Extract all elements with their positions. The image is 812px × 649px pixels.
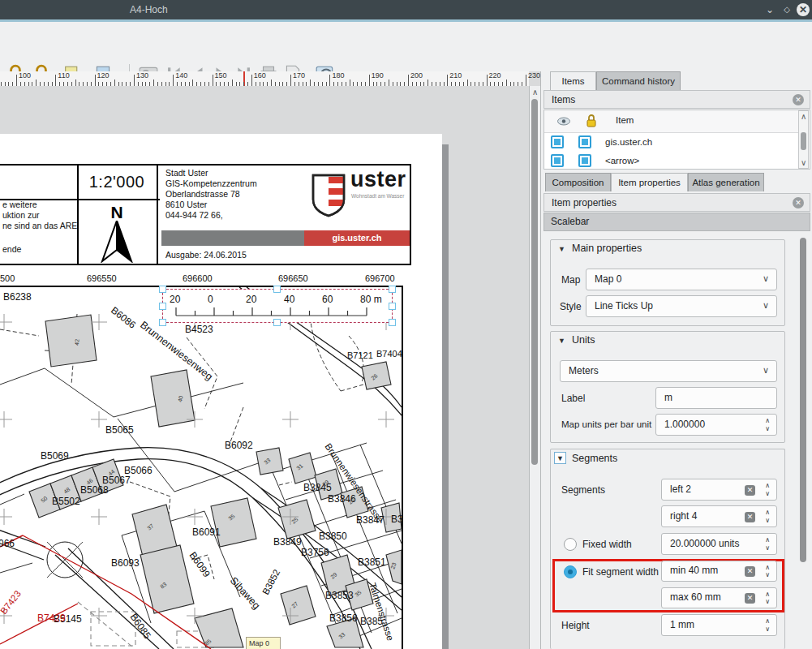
coordinate-label: 696550 (87, 273, 117, 283)
lock-checkbox[interactable] (578, 154, 591, 167)
tab-command-history[interactable]: Command history (596, 71, 681, 90)
resize-handle[interactable] (159, 303, 166, 310)
chevron-down-icon: ∨ (763, 273, 769, 284)
svg-text:066: 066 (0, 538, 15, 549)
clear-icon[interactable]: ✕ (745, 512, 755, 522)
lock-checkbox[interactable] (578, 135, 591, 148)
group-title: Segments (572, 453, 617, 464)
svg-text:B6093: B6093 (111, 557, 140, 569)
max-width-spinbox[interactable]: max 60 mm ✕ ∧ ∨ (661, 587, 777, 608)
svg-text:B3: B3 (391, 514, 402, 525)
tab-items[interactable]: Items (550, 71, 596, 90)
props-vscrollbar[interactable] (798, 235, 809, 649)
spin-down-icon[interactable]: ∨ (765, 491, 770, 497)
scalebar-number: 20 (170, 294, 202, 305)
spin-down-icon[interactable]: ∨ (765, 518, 770, 524)
segments-right-spinbox[interactable]: right 4 ✕ ∧ ∨ (661, 505, 777, 527)
fixed-width-radio[interactable] (564, 538, 577, 551)
scroll-up-icon[interactable]: ∧ (801, 112, 806, 121)
tab-atlas-generation[interactable]: Atlas generation (688, 173, 764, 191)
fit-segment-width-radio[interactable] (564, 565, 577, 578)
canvas-vscroll-thumb[interactable] (531, 99, 538, 465)
fit-segment-width-label: Fit segment width (582, 566, 659, 578)
unit-label-input[interactable]: m (655, 387, 777, 409)
map-item-frame[interactable]: B6238B4523B7121B7404B5065B5069B5066B5067… (0, 286, 403, 649)
close-panel-icon[interactable]: ✕ (793, 94, 804, 105)
resize-handle[interactable] (273, 319, 281, 326)
scroll-up-icon[interactable]: ∧ (532, 88, 538, 97)
item-label[interactable]: gis.uster.ch (605, 137, 652, 147)
scalebar-number: 60 (322, 294, 354, 305)
scroll-down-icon[interactable]: ∨ (801, 158, 806, 167)
collapse-icon[interactable]: ▼ (558, 337, 565, 345)
spin-down-icon[interactable]: ∨ (765, 426, 770, 432)
clear-icon[interactable]: ✕ (745, 593, 755, 604)
spin-up-icon[interactable]: ∧ (765, 509, 770, 516)
clear-icon[interactable]: ✕ (745, 566, 755, 577)
items-table-header: Item (544, 110, 798, 133)
composition-canvas[interactable]: e weitere uktion zur ne sind an das ARE … (0, 86, 529, 649)
map-combobox[interactable]: Map 0∨ (586, 269, 777, 290)
item-row[interactable]: gis.uster.ch (544, 133, 798, 152)
spin-up-icon[interactable]: ∧ (765, 618, 770, 625)
resize-handle[interactable] (159, 286, 166, 293)
svg-text:B6086: B6086 (109, 304, 138, 331)
visibility-checkbox[interactable] (551, 135, 564, 148)
scalebar-item[interactable]: 20020406080 m (162, 289, 393, 323)
svg-text:B6092: B6092 (225, 440, 253, 451)
maximize-icon[interactable]: ◇ (780, 3, 793, 16)
resize-handle[interactable] (273, 286, 281, 293)
fixed-width-spinbox[interactable]: 20.000000 units ∧ ∨ (661, 533, 777, 555)
map-scale-text: 1:2'000 (77, 173, 157, 191)
items-vscrollbar[interactable]: ∧ ∨ (798, 110, 809, 169)
resize-handle[interactable] (159, 319, 166, 326)
spin-up-icon[interactable]: ∧ (765, 565, 770, 571)
web-bar (161, 230, 304, 246)
tab-composition[interactable]: Composition (545, 173, 611, 191)
svg-text:Talmenstrasse: Talmenstrasse (367, 582, 395, 642)
svg-text:B4523: B4523 (185, 324, 213, 335)
title-bar[interactable]: A4-Hoch ⌄ ◇ ✕ (0, 0, 812, 19)
svg-text:B7423: B7423 (0, 589, 23, 617)
height-spinbox[interactable]: 1 mm ∧ ∨ (661, 614, 777, 636)
spin-up-icon[interactable]: ∧ (765, 483, 770, 489)
spin-down-icon[interactable]: ∨ (765, 572, 770, 578)
spin-down-icon[interactable]: ∨ (765, 626, 770, 633)
item-label[interactable]: <arrow> (605, 156, 639, 165)
height-label: Height (561, 620, 590, 631)
resize-handle[interactable] (389, 303, 396, 310)
svg-text:B7121: B7121 (347, 350, 373, 360)
props-vscroll-thumb[interactable] (800, 238, 806, 562)
style-combobox[interactable]: Line Ticks Up∨ (586, 295, 777, 317)
close-panel-icon[interactable]: ✕ (793, 197, 804, 208)
minimize-icon[interactable]: ⌄ (763, 3, 776, 16)
segments-left-spinbox[interactable]: left 2 ✕ ∧ ∨ (661, 479, 777, 501)
item-properties-title: Item properties ✕ (543, 193, 810, 212)
style-label: Style (560, 301, 582, 312)
units-combobox[interactable]: Meters∨ (560, 360, 777, 382)
clear-icon[interactable]: ✕ (745, 485, 755, 496)
item-row[interactable]: <arrow> (544, 152, 798, 170)
ruler-number: 130 (136, 71, 148, 80)
address-block: Stadt Uster GIS-Kompetenzzentrum Oberlan… (165, 168, 257, 210)
coordinate-label: 696700 (365, 273, 395, 283)
tab-item-properties[interactable]: Item properties (611, 173, 688, 191)
resize-handle[interactable] (389, 286, 396, 293)
map-units-per-bar-spinbox[interactable]: 1.000000 ∧ ∨ (655, 414, 777, 436)
collapse-box[interactable]: ▼ (554, 452, 566, 464)
min-width-spinbox[interactable]: min 40 mm ✕ ∧ ∨ (661, 561, 777, 582)
spin-up-icon[interactable]: ∧ (765, 418, 770, 424)
spin-up-icon[interactable]: ∧ (765, 537, 770, 544)
spin-down-icon[interactable]: ∨ (765, 599, 770, 605)
ruler-number: 110 (58, 71, 69, 80)
window-title: A4-Hoch (130, 4, 168, 15)
ruler-number: 220 (489, 71, 501, 80)
scalebar-number: 20 (246, 294, 278, 305)
spin-up-icon[interactable]: ∧ (765, 591, 770, 598)
resize-handle[interactable] (389, 319, 396, 326)
spin-down-icon[interactable]: ∨ (765, 545, 770, 552)
close-icon[interactable]: ✕ (797, 3, 810, 16)
visibility-checkbox[interactable] (551, 154, 564, 167)
scroll-thumb[interactable] (801, 132, 806, 150)
collapse-icon[interactable]: ▼ (558, 245, 565, 253)
